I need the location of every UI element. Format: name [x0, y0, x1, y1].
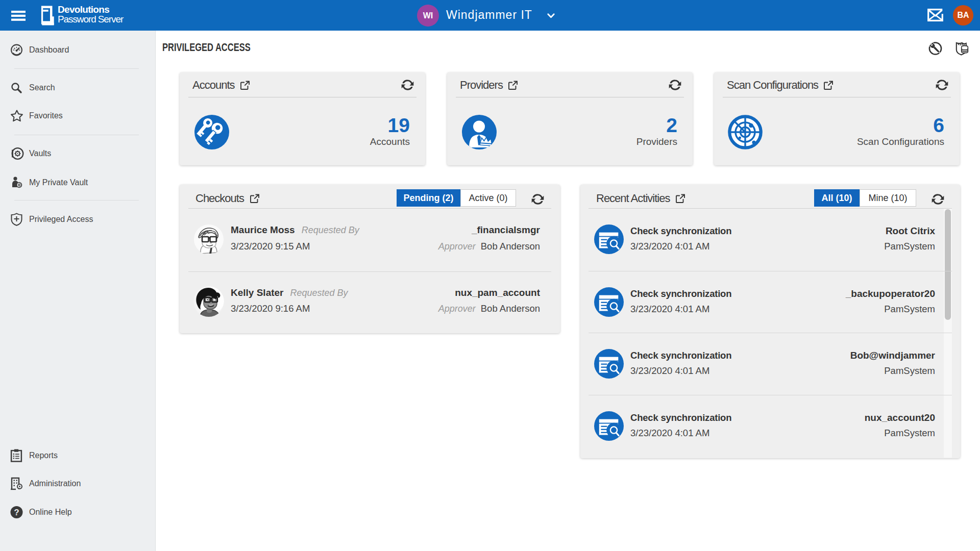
svg-text:?: ?: [14, 508, 19, 517]
